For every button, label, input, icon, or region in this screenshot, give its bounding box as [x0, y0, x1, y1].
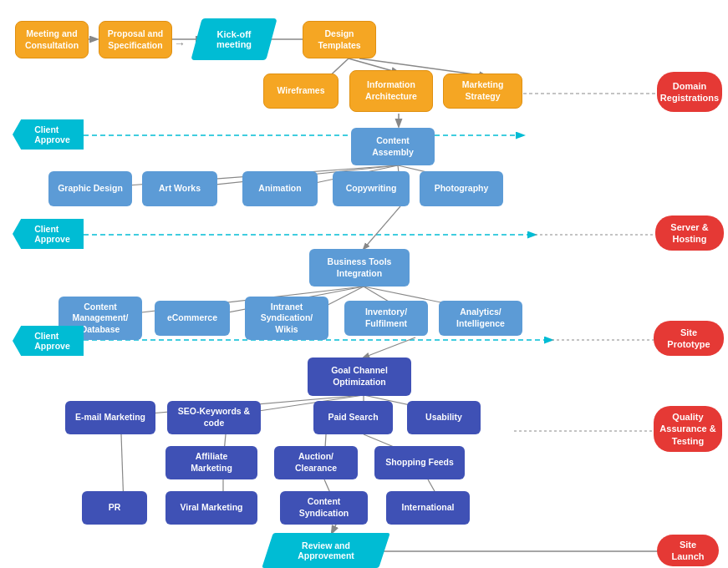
- info-arch-node: InformationArchitecture: [349, 70, 433, 112]
- site-launch-node: Site Launch: [657, 535, 719, 566]
- biz-tools-node: Business ToolsIntegration: [309, 249, 410, 287]
- meeting-node: Meeting andConsultation: [15, 21, 89, 58]
- content-syndication-node: ContentSyndication: [280, 491, 368, 525]
- svg-line-36: [332, 525, 336, 533]
- usability-node: Usability: [407, 401, 481, 434]
- international-node: International: [386, 491, 470, 525]
- content-assembly-node: ContentAssembly: [351, 128, 435, 165]
- design-templates-node: DesignTemplates: [303, 21, 376, 58]
- client-approve-3: ClientApprove: [13, 326, 84, 356]
- marketing-strategy-node: MarketingStrategy: [443, 74, 522, 109]
- domain-reg-node: DomainRegistrations: [657, 72, 722, 112]
- pr-node: PR: [82, 491, 147, 525]
- goal-channel-node: Goal ChannelOptimization: [308, 358, 411, 396]
- kickoff-wrapper: Kick-offmeeting: [196, 18, 272, 60]
- photography-node: Photography: [420, 171, 503, 206]
- viral-marketing-node: Viral Marketing: [165, 491, 257, 525]
- arrow1: →: [174, 37, 186, 50]
- qa-testing-node: QualityAssurance &Testing: [654, 406, 722, 452]
- inventory-node: Inventory/Fulfilment: [344, 301, 428, 336]
- svg-line-16: [364, 206, 400, 249]
- shopping-feeds-node: Shopping Feeds: [374, 446, 465, 479]
- client-approve-1: ClientApprove: [13, 119, 84, 150]
- flowchart-diagram: Meeting andConsultation Proposal andSpec…: [0, 0, 728, 568]
- wireframes-node: Wireframes: [263, 74, 339, 109]
- server-hosting-node: Server &Hosting: [655, 216, 724, 251]
- auction-node: Auction/Clearance: [274, 446, 358, 479]
- client-approve-2: ClientApprove: [13, 219, 84, 249]
- art-works-node: Art Works: [142, 171, 217, 206]
- copywriting-node: Copywriting: [333, 171, 410, 206]
- analytics-node: Analytics/Intelligence: [439, 301, 522, 336]
- site-prototype-node: Site Prototype: [654, 321, 724, 356]
- ecommerce-node: eCommerce: [155, 301, 230, 336]
- seo-keywords-node: SEO-Keywords &code: [167, 401, 261, 434]
- proposal-node: Proposal andSpecification: [99, 21, 172, 58]
- graphic-design-node: Graphic Design: [48, 171, 132, 206]
- email-marketing-node: E-mail Marketing: [65, 401, 155, 434]
- affiliate-node: AffiliateMarketing: [165, 446, 257, 479]
- paid-search-node: Paid Search: [313, 401, 393, 434]
- intranet-syn-node: IntranetSyndication/Wikis: [245, 297, 328, 340]
- review-wrapper: Review andApprovement: [267, 533, 384, 568]
- animation-node: Animation: [242, 171, 318, 206]
- svg-line-24: [364, 337, 415, 358]
